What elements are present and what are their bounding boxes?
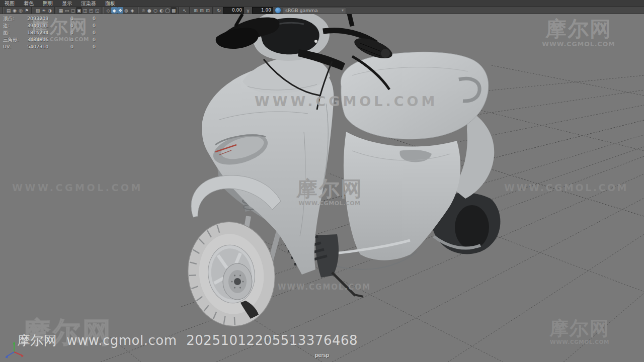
hud-value: 0 — [73, 15, 96, 22]
film-gate-icon[interactable]: ▭ — [64, 7, 70, 14]
maya-viewport-window: { "menu_bar": { "items": [ {"label": "视图… — [0, 0, 644, 362]
hud-value: 0 — [58, 43, 73, 50]
hud-row-vertices: 顶点: 2093209 0 0 — [3, 15, 96, 22]
hud-row-uv: UV: 5407310 0 0 — [3, 43, 96, 50]
resolution-gate-icon[interactable]: ▢ — [70, 7, 76, 14]
camera-lock-icon[interactable]: ◉ — [12, 7, 18, 14]
color-management-icon[interactable] — [275, 7, 281, 14]
two-sided-lighting-icon[interactable]: ☼ — [140, 7, 146, 14]
hud-value: 0 — [58, 15, 73, 22]
hud-value: 0 — [73, 43, 96, 50]
exposure-field[interactable]: 0.00 — [223, 7, 244, 14]
view-transform-value: sRGB gamma — [285, 8, 318, 13]
hud-value: 1816234 — [27, 29, 58, 36]
hud-label: 边: — [3, 22, 27, 29]
chevron-down-icon: ▾ — [342, 8, 344, 13]
white-ball-icon[interactable]: ○ — [152, 7, 158, 14]
select-tool-icon[interactable]: ↖ — [182, 7, 188, 14]
use-default-material-icon[interactable]: ◍ — [123, 7, 129, 14]
flat-lighting-icon[interactable]: ● — [146, 7, 152, 14]
textured-icon[interactable]: ❖ — [117, 7, 123, 14]
hud-value: 0 — [58, 29, 73, 36]
view-transform-dropdown[interactable]: sRGB gamma ▾ — [283, 7, 346, 14]
hud-value: 0 — [73, 29, 96, 36]
poly-count-hud: 顶点: 2093209 0 0 边: 3940191 0 0 面: 181623… — [3, 15, 96, 50]
safe-title-icon[interactable]: ◱ — [94, 7, 100, 14]
hud-value: 3434806 — [27, 36, 58, 43]
toolbar-separator — [102, 7, 104, 14]
camera-attributes-icon[interactable]: ◎ — [18, 7, 24, 14]
menu-show[interactable]: 显示 — [57, 0, 76, 7]
multi-pane-icon[interactable]: ⊟ — [199, 7, 205, 14]
toolbar-separator — [178, 7, 180, 14]
hud-value: 0 — [73, 36, 96, 43]
hud-value: 5407310 — [27, 43, 58, 50]
hud-label: 顶点: — [3, 15, 27, 22]
shaded-ball-icon[interactable]: ◐ — [158, 7, 165, 14]
toolbar-separator — [137, 7, 139, 14]
hud-label: 三角形: — [3, 36, 27, 43]
hud-value: 0 — [58, 22, 73, 29]
grid-icon[interactable]: ▦ — [58, 7, 64, 14]
viewport-toolbar: ▤ ◉ ◎ ⚑ ▧ ☀ ◑ ▦ ▭ ▢ ▣ ◫ ◰ ◱ ◇ ◆ ❖ ◍ ◈ ☼ … — [0, 7, 644, 14]
hud-value: 3940191 — [27, 22, 58, 29]
smooth-shade-icon[interactable]: ◆ — [111, 7, 117, 14]
axis-gizmo[interactable] — [3, 340, 25, 360]
viewport-3d-scene[interactable] — [0, 0, 644, 362]
menu-view[interactable]: 视图 — [0, 0, 19, 7]
bookmark-icon[interactable]: ⚑ — [24, 7, 30, 14]
snapshot-icon[interactable]: ⊞ — [193, 7, 199, 14]
exposure-icon[interactable]: ↻ — [216, 7, 222, 14]
toolbar-separator — [2, 7, 4, 14]
isolate-select-icon[interactable]: ⊡ — [205, 7, 211, 14]
circle-select-icon[interactable]: ◯ — [165, 7, 171, 14]
hud-label: 面: — [3, 29, 27, 36]
gate-mask-icon[interactable]: ▣ — [76, 7, 82, 14]
ground-grid — [30, 48, 644, 362]
xray-icon[interactable]: ▩ — [171, 7, 177, 14]
menu-shading[interactable]: 着色 — [19, 0, 38, 7]
hud-label: UV: — [3, 43, 27, 50]
camera-name-label: persp — [0, 352, 644, 358]
hud-value: 2093209 — [27, 15, 58, 22]
menu-lighting[interactable]: 照明 — [38, 0, 57, 7]
gamma-icon[interactable]: γ — [245, 7, 251, 14]
x-axis-icon — [14, 352, 22, 355]
hud-value: 0 — [73, 22, 96, 29]
toolbar-separator — [31, 7, 33, 14]
image-plane-icon[interactable]: ▧ — [35, 7, 41, 14]
field-chart-icon[interactable]: ◫ — [82, 7, 88, 14]
toolbar-separator — [54, 7, 56, 14]
hud-row-edges: 边: 3940191 0 0 — [3, 22, 96, 29]
menu-renderer[interactable]: 渲染器 — [76, 0, 101, 7]
hud-value: 0 — [58, 36, 73, 43]
toolbar-separator — [189, 7, 191, 14]
hud-row-faces: 面: 1816234 0 0 — [3, 29, 96, 36]
scooter-model[interactable] — [181, 1, 500, 332]
safe-action-icon[interactable]: ◰ — [88, 7, 94, 14]
shadow-icon[interactable]: ◑ — [47, 7, 53, 14]
light-icon[interactable]: ☀ — [41, 7, 47, 14]
hud-row-triangles: 三角形: 3434806 0 0 — [3, 36, 96, 43]
select-camera-icon[interactable]: ▤ — [6, 7, 12, 14]
gamma-field[interactable]: 1.00 — [252, 7, 273, 14]
wireframe-on-shaded-icon[interactable]: ◈ — [129, 7, 135, 14]
wireframe-icon[interactable]: ◇ — [105, 7, 111, 14]
toolbar-separator — [212, 7, 214, 14]
panel-menu-bar: 视图 着色 照明 显示 渲染器 面板 — [0, 0, 644, 7]
menu-panels[interactable]: 面板 — [101, 0, 120, 7]
